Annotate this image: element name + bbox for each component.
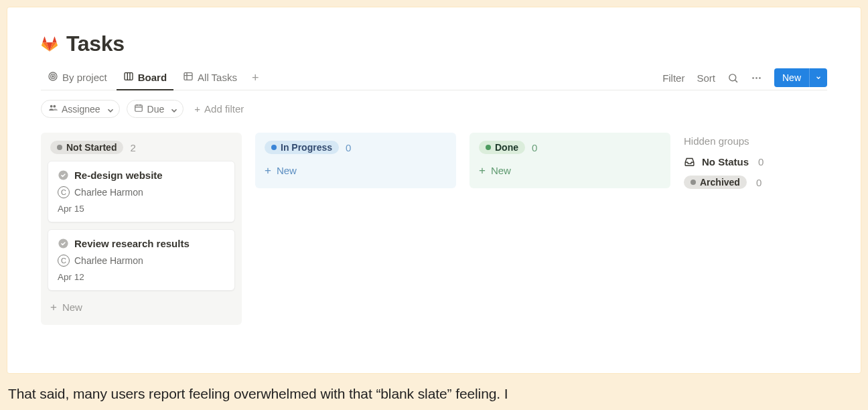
avatar: C (58, 186, 70, 198)
add-view-button[interactable]: + (246, 69, 265, 86)
svg-point-9 (729, 74, 736, 80)
svg-point-15 (53, 105, 56, 108)
status-dot-icon (57, 145, 62, 150)
check-circle-icon (58, 238, 69, 249)
chevron-down-icon (169, 106, 176, 113)
column-in-progress: In Progress 0 + New (255, 133, 456, 188)
new-button-group: New (774, 68, 827, 87)
tabs-row: By project Board All Tasks + Filter Sort (41, 66, 827, 90)
column-done: Done 0 + New (469, 133, 670, 188)
inbox-icon (684, 156, 695, 167)
hidden-label: No Status (702, 156, 749, 167)
svg-point-12 (755, 77, 757, 79)
card[interactable]: Review research results C Charlee Harmon… (48, 229, 235, 291)
tab-label: By project (62, 72, 107, 83)
filter-button[interactable]: Filter (662, 72, 684, 84)
avatar: C (58, 255, 70, 267)
column-header: Done 0 (476, 138, 664, 161)
svg-point-11 (752, 77, 754, 79)
svg-rect-3 (125, 73, 133, 80)
column-count: 0 (346, 142, 351, 153)
new-label: New (62, 301, 82, 313)
status-label: Done (495, 142, 518, 153)
new-label: New (491, 165, 511, 176)
page-header: Tasks (41, 31, 827, 56)
column-not-started: Not Started 2 Re-design website C Charle… (41, 133, 242, 325)
card-assignee: C Charlee Harmon (58, 255, 225, 267)
chevron-down-icon (106, 106, 113, 113)
status-label: Not Started (66, 142, 117, 153)
tab-by-project[interactable]: By project (41, 66, 114, 90)
table-icon (183, 71, 194, 84)
card-title-row: Review research results (58, 238, 225, 249)
svg-rect-16 (135, 105, 142, 111)
tab-board[interactable]: Board (117, 66, 173, 90)
hidden-no-status[interactable]: No Status 0 (684, 156, 818, 167)
plus-icon: + (479, 165, 486, 176)
hidden-count: 0 (756, 177, 762, 188)
plus-icon: + (194, 103, 200, 115)
search-icon[interactable] (727, 72, 739, 84)
more-icon[interactable] (751, 72, 762, 84)
status-label: In Progress (281, 142, 332, 153)
card[interactable]: Re-design website C Charlee Harmon Apr 1… (48, 161, 235, 222)
card-title: Re-design website (74, 169, 163, 181)
filter-assignee[interactable]: Assignee (41, 100, 120, 118)
target-icon (48, 71, 58, 84)
calendar-icon (134, 103, 143, 115)
add-filter-label: Add filter (204, 103, 244, 115)
card-title: Review research results (74, 238, 190, 249)
status-dot-icon (486, 145, 491, 150)
card-assignee: C Charlee Harmon (58, 186, 225, 198)
tab-label: All Tasks (198, 72, 237, 83)
hidden-count: 0 (758, 156, 764, 167)
column-new-button[interactable]: + New (476, 161, 664, 180)
column-header: In Progress 0 (262, 138, 449, 161)
page-title: Tasks (66, 31, 125, 56)
status-chip-not-started[interactable]: Not Started (50, 141, 123, 154)
svg-line-10 (735, 80, 737, 82)
new-label: New (277, 165, 297, 176)
new-button[interactable]: New (774, 68, 809, 87)
assignee-name: Charlee Harmon (74, 187, 143, 198)
svg-point-13 (759, 77, 761, 79)
svg-point-2 (52, 76, 54, 77)
filter-label: Assignee (62, 104, 100, 115)
tab-all-tasks[interactable]: All Tasks (176, 66, 244, 90)
assignee-name: Charlee Harmon (74, 255, 143, 266)
tabs-left: By project Board All Tasks + (41, 66, 264, 90)
status-chip-archived: Archived (684, 176, 747, 189)
add-filter-button[interactable]: + Add filter (190, 100, 248, 117)
card-date: Apr 15 (58, 204, 225, 214)
footer-text: That said, many users report feeling ove… (7, 386, 861, 402)
hidden-label: Archived (700, 177, 740, 188)
check-circle-icon (58, 169, 69, 181)
svg-rect-6 (184, 73, 192, 80)
svg-point-14 (50, 105, 53, 108)
status-chip-done[interactable]: Done (479, 141, 525, 154)
status-dot-icon (271, 145, 277, 150)
board: Not Started 2 Re-design website C Charle… (41, 133, 827, 325)
filters-row: Assignee Due + Add filter (41, 100, 827, 118)
column-count: 2 (130, 142, 135, 153)
plus-icon: + (50, 301, 57, 313)
board-icon (123, 71, 134, 84)
people-icon (48, 103, 58, 115)
sort-button[interactable]: Sort (697, 72, 715, 84)
new-button-chevron[interactable] (809, 68, 827, 87)
tabs-right: Filter Sort New (662, 68, 827, 87)
column-new-button[interactable]: + New (48, 297, 235, 317)
tab-label: Board (138, 72, 167, 83)
app-frame: Tasks By project Board All Tasks (7, 7, 861, 374)
filter-due[interactable]: Due (127, 100, 184, 118)
filter-label: Due (147, 104, 165, 115)
column-header: Not Started 2 (48, 138, 235, 161)
card-title-row: Re-design website (58, 169, 225, 181)
hidden-groups: Hidden groups No Status 0 Archived 0 (684, 133, 818, 197)
column-count: 0 (532, 142, 537, 153)
column-new-button[interactable]: + New (262, 161, 449, 180)
gitlab-icon (41, 36, 58, 53)
hidden-archived[interactable]: Archived 0 (684, 176, 818, 189)
status-chip-in-progress[interactable]: In Progress (265, 141, 339, 154)
status-dot-icon (691, 180, 696, 185)
